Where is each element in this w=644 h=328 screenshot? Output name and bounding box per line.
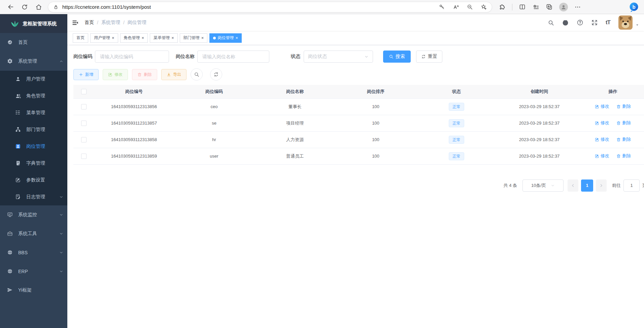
sidebar-item-dictionary-management[interactable]: 字典管理	[0, 155, 67, 172]
tab-post-management[interactable]: 岗位管理×	[209, 33, 242, 43]
split-screen-icon[interactable]	[519, 3, 526, 10]
sidebar-fold-icon[interactable]	[72, 20, 78, 26]
browser-profile-avatar[interactable]	[559, 3, 568, 11]
table-row[interactable]: 1641030593112313859 user 普通员工 100 正常 202…	[73, 148, 644, 164]
column-post-id: 岗位编号	[94, 85, 174, 98]
sidebar-item-system-management[interactable]: 系统管理	[0, 52, 67, 71]
next-page-button[interactable]	[596, 179, 607, 192]
export-button[interactable]: 导出	[161, 69, 187, 80]
cell-create-time: 2023-03-29 18:52:37	[497, 115, 582, 131]
url-text[interactable]: https://ccnetcore.com:1101/system/post	[62, 4, 431, 10]
paper-plane-icon	[7, 287, 13, 293]
cell-post-code: user	[174, 148, 255, 164]
row-checkbox[interactable]	[81, 104, 87, 109]
bing-copilot-icon[interactable]: b	[629, 2, 639, 12]
tab-close-icon[interactable]: ×	[112, 36, 114, 40]
table-row[interactable]: 1641030593112313857 se 项目经理 100 正常 2023-…	[73, 115, 644, 131]
browser-settings-ellipsis-icon[interactable]	[574, 4, 581, 10]
tab-menu-management[interactable]: 菜单管理×	[150, 33, 178, 43]
row-edit-link[interactable]: 修改	[595, 136, 609, 142]
row-delete-link[interactable]: 删除	[616, 136, 631, 142]
row-checkbox[interactable]	[81, 121, 87, 126]
dashboard-icon	[7, 39, 13, 45]
table-row[interactable]: 1641030593112313856 ceo 董事长 100 正常 2023-…	[73, 98, 644, 115]
browser-refresh-button[interactable]	[20, 2, 30, 12]
reset-button[interactable]: 重置	[416, 51, 442, 63]
table-search-toggle-button[interactable]	[191, 68, 203, 80]
row-delete-link[interactable]: 删除	[616, 120, 631, 126]
sidebar-item-parameter-settings[interactable]: 参数设置	[0, 172, 67, 189]
address-bar[interactable]: https://ccnetcore.com:1101/system/post	[48, 2, 492, 12]
row-delete-link[interactable]: 删除	[616, 103, 631, 109]
sidebar-item-user-management[interactable]: 用户管理	[0, 71, 67, 88]
sidebar-item-label: 系统工具	[18, 231, 37, 237]
sidebar-item-post-management[interactable]: 岗位管理	[0, 138, 67, 155]
row-edit-label: 修改	[601, 136, 609, 142]
fullscreen-icon[interactable]	[591, 19, 598, 26]
add-button-label: 新增	[85, 72, 93, 77]
user-avatar[interactable]	[618, 15, 633, 30]
page-size-select[interactable]: 10条/页	[522, 179, 564, 192]
edit-button[interactable]: 修改	[103, 69, 128, 80]
help-question-icon[interactable]	[577, 19, 583, 26]
sidebar-item-role-management[interactable]: 角色管理	[0, 88, 67, 104]
sidebar-item-log-management[interactable]: 日志管理	[0, 189, 67, 205]
tab-home[interactable]: 首页	[73, 33, 88, 43]
row-checkbox[interactable]	[81, 137, 87, 142]
browser-back-button[interactable]	[5, 2, 15, 12]
header-search-icon[interactable]	[548, 20, 554, 26]
table-refresh-button[interactable]	[210, 68, 222, 80]
breadcrumb-home[interactable]: 首页	[84, 20, 94, 26]
tab-user-management[interactable]: 用户管理×	[90, 33, 118, 43]
toolbox-icon	[7, 231, 13, 237]
tab-close-icon[interactable]: ×	[142, 36, 144, 40]
tab-close-icon[interactable]: ×	[171, 36, 174, 40]
github-icon[interactable]	[562, 19, 569, 26]
font-size-icon[interactable]: tT	[606, 19, 610, 26]
extensions-puzzle-icon[interactable]	[499, 3, 506, 10]
row-checkbox[interactable]	[81, 154, 87, 159]
sidebar-item-system-monitor[interactable]: 系统监控	[0, 205, 67, 224]
row-edit-link[interactable]: 修改	[595, 120, 609, 126]
table-row[interactable]: 1641030593112313858 hr 人力资源 100 正常 2023-…	[73, 131, 644, 148]
page-number-button[interactable]: 1	[581, 179, 593, 192]
tab-department-management[interactable]: 部门管理×	[180, 33, 208, 43]
avatar-caret-down-icon[interactable]	[635, 23, 639, 27]
prev-page-button[interactable]	[568, 179, 578, 192]
favorite-star-icon[interactable]	[480, 4, 487, 10]
edit-button-label: 修改	[114, 72, 123, 77]
post-name-input[interactable]	[197, 51, 269, 63]
search-button[interactable]: 搜索	[383, 51, 411, 63]
app-logo[interactable]: 意框架管理系统	[0, 14, 67, 33]
table-toolbar: 新增 修改 删除 导出	[73, 68, 644, 80]
add-button[interactable]: 新增	[73, 69, 99, 80]
zoom-out-icon[interactable]	[467, 4, 473, 10]
site-security-lock-icon[interactable]	[53, 4, 59, 10]
tab-role-management[interactable]: 角色管理×	[120, 33, 148, 43]
post-code-input[interactable]	[95, 51, 169, 63]
globe-icon	[7, 250, 13, 256]
goto-page-input[interactable]	[623, 179, 640, 192]
sidebar-item-bbs[interactable]: BBS	[0, 243, 67, 262]
sidebar-item-erp[interactable]: ERP	[0, 262, 67, 281]
select-all-checkbox[interactable]	[81, 89, 87, 94]
sidebar-item-yi-framework[interactable]: Yi框架	[0, 281, 67, 300]
collections-icon[interactable]	[532, 3, 539, 10]
row-delete-link[interactable]: 删除	[616, 153, 631, 159]
password-key-icon[interactable]	[439, 4, 445, 10]
status-select[interactable]: 岗位状态	[304, 51, 373, 63]
cell-post-name: 普通员工	[255, 148, 335, 164]
row-edit-link[interactable]: 修改	[595, 153, 609, 159]
delete-button[interactable]: 删除	[132, 69, 157, 80]
post-name-label: 岗位名称	[176, 54, 195, 60]
tab-actions-icon[interactable]	[546, 3, 553, 10]
browser-home-button[interactable]	[34, 2, 44, 12]
tab-close-icon[interactable]: ×	[235, 36, 238, 40]
read-aloud-icon[interactable]	[452, 4, 459, 10]
sidebar-item-department-management[interactable]: 部门管理	[0, 121, 67, 138]
row-edit-link[interactable]: 修改	[595, 103, 609, 109]
sidebar-item-menu-management[interactable]: 菜单管理	[0, 104, 67, 121]
sidebar-item-system-tools[interactable]: 系统工具	[0, 224, 67, 243]
tab-close-icon[interactable]: ×	[201, 36, 204, 40]
sidebar-item-home[interactable]: 首页	[0, 33, 67, 52]
